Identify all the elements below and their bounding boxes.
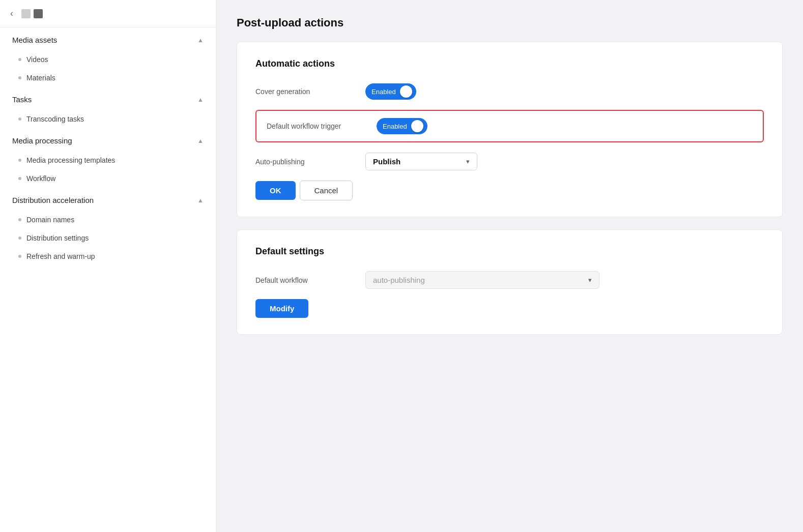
default-workflow-trigger-toggle[interactable]: Enabled <box>377 118 427 134</box>
default-workflow-row: Default workflow auto-publishing ▾ <box>255 271 764 289</box>
cover-generation-toggle-knob <box>400 85 412 98</box>
sidebar-top-bar: ‹ <box>0 0 216 27</box>
sidebar-item-distribution-settings[interactable]: Distribution settings <box>0 229 216 247</box>
chevron-up-icon-tasks: ▲ <box>197 96 204 103</box>
modify-button[interactable]: Modify <box>255 299 308 318</box>
default-settings-buttons: Modify <box>255 299 764 318</box>
default-workflow-trigger-toggle-label: Enabled <box>383 123 407 130</box>
sidebar-item-materials[interactable]: Materials <box>0 69 216 87</box>
default-settings-title: Default settings <box>255 246 764 257</box>
sidebar-item-label-media-processing-templates: Media processing templates <box>26 156 115 164</box>
sidebar-section-tasks: Tasks ▲ Transcoding tasks <box>0 87 216 128</box>
cover-generation-toggle-label: Enabled <box>371 88 396 96</box>
bullet-icon <box>18 218 21 221</box>
sidebar-item-label-refresh-and-warm-up: Refresh and warm-up <box>26 252 95 260</box>
default-workflow-select[interactable]: auto-publishing ▾ <box>365 271 599 289</box>
automatic-actions-title: Automatic actions <box>255 58 764 69</box>
cover-generation-label: Cover generation <box>255 87 357 96</box>
bullet-icon <box>18 58 21 61</box>
sidebar-section-header-media-assets[interactable]: Media assets ▲ <box>0 27 216 50</box>
ok-button[interactable]: OK <box>255 181 296 200</box>
sidebar-section-distribution-acceleration: Distribution acceleration ▲ Domain names… <box>0 188 216 265</box>
chevron-down-icon: ▾ <box>466 158 470 165</box>
sidebar: ‹ Media assets ▲ Videos Materials Tasks … <box>0 0 216 532</box>
sidebar-item-videos[interactable]: Videos <box>0 50 216 69</box>
bullet-icon <box>18 255 21 258</box>
sidebar-section-title-tasks: Tasks <box>12 95 32 104</box>
default-workflow-value: auto-publishing <box>373 276 425 284</box>
auto-publishing-row: Auto-publishing Publish ▾ <box>255 153 764 170</box>
bullet-icon <box>18 76 21 79</box>
sidebar-item-transcoding-tasks[interactable]: Transcoding tasks <box>0 110 216 128</box>
default-workflow-trigger-toggle-knob <box>411 120 423 132</box>
sidebar-section-header-media-processing[interactable]: Media processing ▲ <box>0 128 216 151</box>
bullet-icon <box>18 177 21 180</box>
sidebar-item-label-videos: Videos <box>26 55 48 64</box>
sidebar-item-media-processing-templates[interactable]: Media processing templates <box>0 151 216 169</box>
sidebar-section-media-processing: Media processing ▲ Media processing temp… <box>0 128 216 188</box>
auto-publishing-value: Publish <box>373 157 400 166</box>
chevron-down-icon-workflow: ▾ <box>588 276 592 284</box>
chevron-up-icon-distribution-acceleration: ▲ <box>197 197 204 204</box>
default-workflow-trigger-label: Default workflow trigger <box>267 122 368 130</box>
bullet-icon <box>18 117 21 121</box>
sidebar-item-label-distribution-settings: Distribution settings <box>26 234 89 242</box>
default-settings-card: Default settings Default workflow auto-p… <box>237 229 783 335</box>
bullet-icon <box>18 159 21 162</box>
default-workflow-trigger-row: Default workflow trigger Enabled <box>255 110 764 142</box>
sidebar-section-header-tasks[interactable]: Tasks ▲ <box>0 87 216 110</box>
automatic-actions-buttons: OK Cancel <box>255 181 764 200</box>
sidebar-item-domain-names[interactable]: Domain names <box>0 211 216 229</box>
sidebar-section-title-media-assets: Media assets <box>12 36 57 44</box>
cover-generation-row: Cover generation Enabled <box>255 83 764 100</box>
sidebar-item-workflow[interactable]: Workflow <box>0 169 216 188</box>
sidebar-item-label-workflow: Workflow <box>26 174 55 183</box>
sidebar-section-media-assets: Media assets ▲ Videos Materials <box>0 27 216 87</box>
sidebar-section-title-distribution-acceleration: Distribution acceleration <box>12 196 94 204</box>
chevron-up-icon-media-assets: ▲ <box>197 37 204 44</box>
main-content: Post-upload actions Automatic actions Co… <box>216 0 803 532</box>
cover-generation-toggle[interactable]: Enabled <box>365 83 416 100</box>
sidebar-section-title-media-processing: Media processing <box>12 136 72 145</box>
sidebar-section-header-distribution-acceleration[interactable]: Distribution acceleration ▲ <box>0 188 216 211</box>
breadcrumb-square-2 <box>34 9 43 18</box>
breadcrumb-square-1 <box>21 9 31 18</box>
bullet-icon <box>18 237 21 240</box>
auto-publishing-label: Auto-publishing <box>255 158 357 166</box>
sidebar-item-label-transcoding-tasks: Transcoding tasks <box>26 115 84 123</box>
chevron-up-icon-media-processing: ▲ <box>197 137 204 144</box>
breadcrumb <box>21 9 43 18</box>
sidebar-item-refresh-and-warm-up[interactable]: Refresh and warm-up <box>0 247 216 265</box>
automatic-actions-card: Automatic actions Cover generation Enabl… <box>237 42 783 217</box>
sidebar-item-label-domain-names: Domain names <box>26 216 74 224</box>
back-button[interactable]: ‹ <box>10 8 13 19</box>
page-title: Post-upload actions <box>237 16 783 29</box>
sidebar-item-label-materials: Materials <box>26 74 55 82</box>
default-workflow-label: Default workflow <box>255 276 357 284</box>
cancel-button[interactable]: Cancel <box>300 181 353 200</box>
auto-publishing-select[interactable]: Publish ▾ <box>365 153 477 170</box>
